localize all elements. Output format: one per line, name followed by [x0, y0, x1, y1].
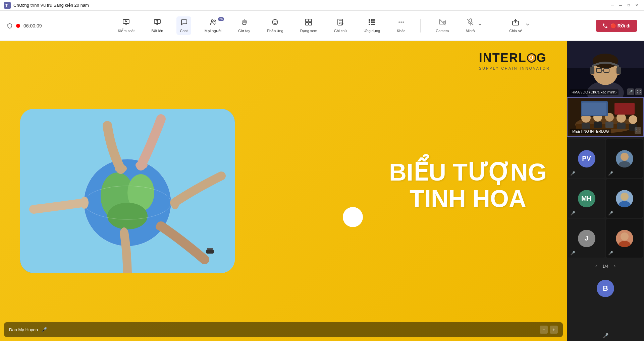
share-icon — [512, 18, 519, 27]
svg-point-34 — [400, 21, 402, 23]
mic-off-pv: 🎤 — [570, 171, 575, 176]
slide-title: BIỂU TƯỢNG TINH HOA — [389, 159, 547, 212]
svg-rect-32 — [373, 24, 375, 25]
toolbar-item-khac[interactable]: Khác — [393, 16, 409, 35]
close-btn[interactable]: ✕ — [633, 3, 640, 8]
avatar-initials-mh: MH — [581, 195, 592, 202]
svg-point-53 — [80, 197, 89, 209]
svg-rect-31 — [371, 24, 373, 25]
svg-rect-29 — [373, 21, 375, 23]
toolbar-item-micro[interactable]: Micrô — [462, 16, 478, 35]
zoom-controls: − + — [540, 326, 558, 334]
gio-tay-label: Giơ tay — [238, 29, 250, 33]
svg-rect-16 — [306, 19, 308, 22]
svg-point-11 — [211, 20, 213, 22]
svg-rect-82 — [582, 103, 606, 115]
avatar-4 — [616, 190, 633, 207]
window-controls: ··· — □ ✕ — [609, 3, 640, 8]
monitor-icon — [122, 18, 130, 27]
minimize-btn[interactable]: — — [617, 3, 624, 8]
chat-label: Chat — [180, 29, 187, 33]
svg-rect-28 — [371, 21, 373, 23]
toolbar-separator-2 — [494, 19, 494, 32]
slide-title-line1: BIỂU TƯỢNG — [389, 159, 547, 186]
slide-dot — [343, 207, 363, 227]
svg-point-52 — [120, 227, 128, 240]
meeting-video-icons: ⛶ — [635, 127, 641, 134]
svg-point-51 — [156, 223, 168, 231]
avatar-2 — [616, 150, 633, 167]
toolbar-item-bat-len[interactable]: Bật lên — [148, 16, 166, 35]
bottom-mic-icon: 🎤 — [603, 333, 608, 338]
avatar-6 — [616, 230, 633, 247]
apps-icon — [368, 18, 375, 27]
toolbar-center: Kiểm soát Bật lên Chat — [60, 16, 584, 35]
mic-off-j: 🎤 — [570, 251, 575, 256]
svg-point-48 — [115, 164, 127, 173]
avatar-4-svg — [616, 190, 633, 207]
people-icon — [209, 18, 217, 27]
video-expand-icon[interactable]: ⛶ — [635, 88, 642, 95]
ung-dung-label: Ứng dụng — [364, 29, 380, 33]
toolbar-item-chat[interactable]: Chat — [176, 16, 191, 35]
svg-point-50 — [171, 197, 179, 209]
khac-label: Khác — [397, 29, 405, 33]
logo-g: G — [537, 51, 547, 65]
zoom-in-btn[interactable]: + — [550, 326, 558, 334]
micro-label: Micrô — [466, 29, 475, 33]
main-content: INTER L O G SUPPLY CHAIN INNOVATOR — [0, 41, 644, 341]
avatar-6-svg — [616, 230, 633, 247]
right-panel: RMA \ DO (Chưa xác minh) 🎤 ⛶ — [567, 41, 644, 341]
toolbar: 06:00:09 Kiểm soát — [0, 11, 644, 41]
mic-off-4: 🎤 — [608, 211, 613, 216]
teams-icon: T — [4, 2, 11, 9]
svg-rect-76 — [605, 122, 613, 128]
logo-l: L — [519, 51, 527, 65]
chia-se-group: Chia sẻ — [506, 16, 529, 35]
toolbar-item-ghi-chu[interactable]: Ghi chú — [331, 16, 350, 35]
svg-text:T: T — [5, 3, 8, 8]
presenter-mic-icon: 🎤 — [41, 327, 47, 332]
logo-o: O — [527, 53, 536, 63]
svg-point-60 — [593, 54, 618, 68]
toolbar-item-kiem-soat[interactable]: Kiểm soát — [114, 16, 138, 35]
participant-tile-6: 🎤 — [606, 219, 643, 258]
more-btn[interactable]: ··· — [609, 3, 616, 8]
chevron-down-icon[interactable] — [478, 22, 482, 26]
svg-rect-54 — [206, 250, 214, 254]
participant-tile-2: 🎤 — [606, 139, 643, 178]
toolbar-item-gio-tay[interactable]: Giơ tay — [235, 16, 254, 35]
page-indicator: 1/4 — [602, 264, 608, 269]
chevron-down-icon-2[interactable] — [526, 22, 530, 26]
page-next-btn[interactable]: › — [612, 262, 617, 270]
pagination-bar: ‹ 1/4 › — [567, 259, 644, 273]
logo-text: INTER L O G — [479, 51, 550, 65]
toolbar-item-chia-se[interactable]: Chia sẻ — [506, 16, 525, 35]
toolbar-right: 🔴 Rời đi — [584, 20, 637, 32]
svg-point-45 — [107, 203, 148, 229]
toolbar-item-phan-ung[interactable]: Phản ứng — [264, 16, 287, 35]
svg-point-15 — [276, 21, 276, 21]
svg-rect-66 — [590, 67, 594, 74]
leave-button[interactable]: 🔴 Rời đi — [596, 20, 637, 32]
toolbar-left: 06:00:09 — [7, 23, 60, 29]
avatar-initials-pv: PV — [582, 155, 591, 162]
svg-point-33 — [398, 21, 400, 23]
svg-point-85 — [621, 153, 629, 161]
zoom-out-btn[interactable]: − — [540, 326, 548, 334]
svg-rect-30 — [369, 24, 370, 25]
avatar-j: J — [578, 230, 595, 247]
top-video-label: RMA \ DO (Chưa xác minh) — [570, 89, 619, 95]
meeting-expand-icon[interactable]: ⛶ — [635, 127, 641, 134]
dang-xem-label: Dạng xem — [300, 29, 317, 33]
view-icon — [305, 18, 312, 27]
svg-rect-74 — [594, 122, 602, 128]
toolbar-item-ung-dung[interactable]: Ứng dụng — [360, 16, 384, 35]
svg-rect-67 — [616, 67, 621, 74]
toolbar-item-dang-xem[interactable]: Dạng xem — [297, 16, 321, 35]
bottom-b-tile: B 🎤 — [567, 273, 644, 341]
video-mic-icon[interactable]: 🎤 — [627, 88, 634, 95]
toolbar-item-camera[interactable]: Camera — [432, 16, 452, 35]
page-prev-btn[interactable]: ‹ — [594, 262, 598, 270]
maximize-btn[interactable]: □ — [625, 3, 632, 8]
